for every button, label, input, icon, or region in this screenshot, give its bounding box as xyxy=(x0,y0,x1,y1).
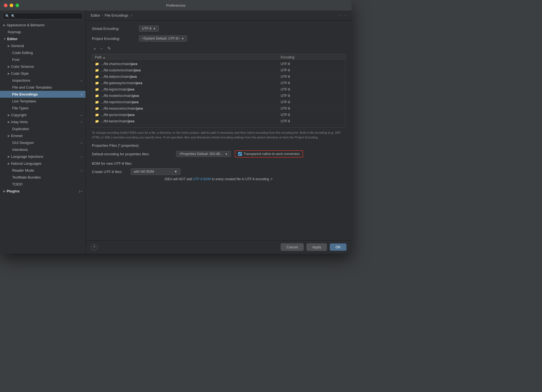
sidebar-item-todo[interactable]: TODO xyxy=(0,181,86,188)
sidebar-item-inspections[interactable]: Inspections ▪ xyxy=(0,77,86,84)
table-row[interactable]: 📁.../fbi-chart/src/main/javaUTF-8 xyxy=(92,61,345,67)
remove-button[interactable]: − xyxy=(99,45,105,51)
forward-arrow-icon[interactable]: → xyxy=(343,13,347,17)
cell-path: 📁.../fbi-daily/src/main/java xyxy=(92,74,278,80)
table-row[interactable]: 📁.../fbi-log/src/main/javaUTF-8 xyxy=(92,86,345,93)
sidebar-item-appearance-behavior[interactable]: ▶ Appearance & Behavior xyxy=(0,22,86,29)
cell-path: 📁.../fbi-rpc/src/main/java xyxy=(92,112,278,118)
sidebar-item-duplicates[interactable]: Duplicates xyxy=(0,125,86,132)
chevron-right-icon: ▶ xyxy=(8,120,10,123)
cell-encoding: UTF-8 xyxy=(278,86,345,93)
back-arrow-icon[interactable]: ← xyxy=(338,13,341,17)
cell-encoding: UTF-8 xyxy=(278,112,345,118)
bom-info-prefix: IDEA will NOT add xyxy=(165,177,193,181)
breadcrumb-separator: › xyxy=(102,13,103,17)
properties-encoding-dropdown[interactable]: <Properties Default: ISO-88… ▼ xyxy=(176,151,231,157)
search-box[interactable]: 🔍 xyxy=(3,13,83,19)
content-area: Editor › File Encodings ▪ ← → Global Enc… xyxy=(86,11,352,254)
table-header-row: Path ▲ Encoding xyxy=(92,54,345,61)
close-button[interactable] xyxy=(4,4,7,7)
sidebar-item-copyright[interactable]: ▶ Copyright ▪ xyxy=(0,112,86,118)
sidebar-item-label: Code Editing xyxy=(12,51,33,55)
sidebar-item-label: Font xyxy=(12,58,19,62)
sidebar-item-label: TextMate Bundles xyxy=(8,175,41,179)
cell-path: 📁.../fbi-gateway/src/main/java xyxy=(92,80,278,86)
sidebar-item-emmet[interactable]: ▶ Emmet xyxy=(0,132,86,139)
sidebar-item-file-code-templates[interactable]: File and Code Templates xyxy=(0,84,86,91)
info-text: To change encoding IntelliJ IDEA uses fo… xyxy=(92,130,345,140)
cell-path: 📁.../fbi-resource/src/main/java xyxy=(92,105,278,112)
sidebar-item-file-types[interactable]: File Types xyxy=(0,105,86,112)
bom-link[interactable]: UTF-8 BOM xyxy=(193,177,211,181)
main-container: 🔍 ▶ Appearance & Behavior Keymap ▼ Edito… xyxy=(0,11,352,254)
chevron-right-icon: ▶ xyxy=(8,162,10,165)
global-encoding-value: UTF-8 xyxy=(142,27,151,30)
cell-path: 📁.../fbi-log/src/main/java xyxy=(92,86,278,93)
global-encoding-dropdown[interactable]: UTF-8 ▼ xyxy=(139,25,159,32)
sidebar-item-font[interactable]: Font xyxy=(0,56,86,63)
encoding-table-scroll[interactable]: Path ▲ Encoding 📁.../fbi-chart/src/main/… xyxy=(92,54,345,127)
sidebar-item-editor[interactable]: ▼ Editor xyxy=(0,35,86,42)
bom-info-row: IDEA will NOT add UTF-8 BOM to every cre… xyxy=(92,177,345,181)
sidebar-item-label: Live Templates xyxy=(8,99,36,103)
sidebar-item-inlay-hints[interactable]: ▶ Inlay Hints ▪ xyxy=(0,118,86,125)
sidebar-item-gui-designer[interactable]: GUI Designer ▪ xyxy=(0,139,86,146)
bom-dropdown[interactable]: with NO BOM ▼ xyxy=(131,168,180,175)
project-encoding-label: Project Encoding: xyxy=(92,37,136,41)
encoding-table: Path ▲ Encoding 📁.../fbi-chart/src/main/… xyxy=(92,54,345,125)
cancel-button[interactable]: Cancel xyxy=(281,243,303,251)
chevron-right-icon: ▶ xyxy=(3,190,6,193)
edit-button[interactable]: ✎ xyxy=(106,45,113,51)
sidebar-item-code-style[interactable]: ▶ Code Style xyxy=(0,70,86,77)
sidebar-item-reader-mode[interactable]: Reader Mode ▪ xyxy=(0,167,86,174)
sidebar-item-label: Appearance & Behavior xyxy=(7,23,45,27)
sidebar-item-live-templates[interactable]: Live Templates xyxy=(0,98,86,105)
table-row[interactable]: 📁.../fbi-custom/src/main/javaUTF-8 xyxy=(92,67,345,74)
table-row[interactable]: 📁.../fbi-daily/src/main/javaUTF-8 xyxy=(92,74,345,80)
transparent-conversion-box: Transparent native-to-ascii conversion xyxy=(235,150,303,158)
add-button[interactable]: + xyxy=(92,45,98,51)
table-row[interactable]: 📁.../fbi-report/src/main/javaUTF-8 xyxy=(92,99,345,105)
search-input[interactable] xyxy=(11,14,80,18)
sidebar-item-label: Inspections xyxy=(8,78,30,82)
cell-path: 📁.../fbi-report/src/main/java xyxy=(92,99,278,105)
sidebar-item-label: Reader Mode xyxy=(8,168,34,172)
project-encoding-dropdown[interactable]: <System Default: UTF-8> ▼ xyxy=(139,35,187,42)
maximize-button[interactable] xyxy=(16,4,19,7)
table-row[interactable]: 📁.../fbi-tax/src/main/javaUTF-8 xyxy=(92,118,345,125)
sidebar-item-color-scheme[interactable]: ▶ Color Scheme xyxy=(0,63,86,70)
sidebar-item-natural-languages[interactable]: ▶ Natural Languages xyxy=(0,160,86,167)
sidebar-item-general[interactable]: ▶ General xyxy=(0,42,86,49)
global-encoding-label: Global Encoding: xyxy=(92,27,136,31)
sidebar-item-textmate-bundles[interactable]: TextMate Bundles xyxy=(0,174,86,181)
dropdown-arrow-icon: ▼ xyxy=(225,153,228,156)
sidebar-item-keymap[interactable]: Keymap xyxy=(0,29,86,35)
sidebar-item-label: Code Style xyxy=(11,71,29,76)
chevron-down-icon: ▼ xyxy=(3,37,6,40)
sidebar-item-label: File Types xyxy=(8,106,29,110)
settings-badge: ▪ xyxy=(81,114,82,117)
sidebar-item-code-editing[interactable]: Code Editing xyxy=(0,49,86,56)
table-row[interactable]: 📁.../fbi-gateway/src/main/javaUTF-8 xyxy=(92,80,345,86)
global-encoding-row: Global Encoding: UTF-8 ▼ xyxy=(92,25,345,32)
sidebar-item-file-encodings[interactable]: File Encodings ▪ xyxy=(0,91,86,98)
settings-badge: ▪ xyxy=(81,169,82,172)
apply-button[interactable]: Apply xyxy=(306,243,327,251)
nav-arrows: ← → xyxy=(338,13,347,17)
table-row[interactable]: 📁.../fbi-resource/src/main/javaUTF-8 xyxy=(92,105,345,112)
sidebar-item-label: File and Code Templates xyxy=(8,85,52,89)
settings-badge: ▪ xyxy=(81,120,82,124)
ok-button[interactable]: OK xyxy=(330,243,347,251)
table-row[interactable]: 📁.../fbi-rpc/src/main/javaUTF-8 xyxy=(92,112,345,118)
help-button[interactable]: ? xyxy=(91,244,97,251)
sidebar-item-intentions[interactable]: Intentions xyxy=(0,146,86,153)
default-encoding-row: Default encoding for properties files: <… xyxy=(92,150,345,158)
minimize-button[interactable] xyxy=(10,4,13,7)
sidebar-item-language-injections[interactable]: ▶ Language Injections ▪ xyxy=(0,153,86,160)
sidebar-item-plugins[interactable]: ▶ Plugins 1 ▪ xyxy=(0,188,86,195)
dropdown-arrow-icon: ▼ xyxy=(174,170,177,174)
cell-path: 📁.../fbi-custom/src/main/java xyxy=(92,67,278,74)
transparent-conversion-checkbox[interactable] xyxy=(238,152,242,156)
column-encoding: Encoding xyxy=(278,54,345,61)
table-row[interactable]: 📁.../fbi-model/src/main/javaUTF-8 xyxy=(92,93,345,99)
